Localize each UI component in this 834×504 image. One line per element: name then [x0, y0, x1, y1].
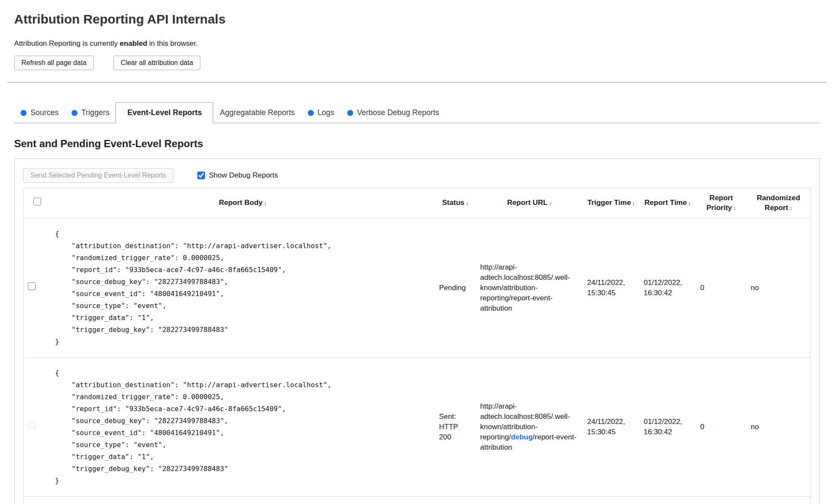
row-select-cell: [24, 218, 51, 357]
report-body-cell: { "attribution_destination": "http://ara…: [51, 357, 435, 496]
tab-triggers[interactable]: Triggers: [65, 103, 116, 123]
table-footer-row: [24, 496, 811, 504]
tab-label: Triggers: [81, 108, 109, 117]
tab-label: Verbose Debug Reports: [357, 108, 439, 117]
report-body-json: { "attribution_destination": "http://ara…: [55, 367, 431, 487]
tab-event-level-reports[interactable]: Event-Level Reports: [116, 102, 213, 123]
report-row: { "attribution_destination": "http://ara…: [24, 218, 811, 357]
sort-icon: ↕: [466, 200, 469, 206]
header-report-priority[interactable]: Report Priority↕: [696, 188, 747, 219]
header-label: Report URL: [507, 199, 548, 207]
row-select-checkbox[interactable]: [28, 421, 36, 429]
tab-label: Logs: [318, 108, 334, 117]
status-line: Attribution Reporting is currently enabl…: [14, 39, 820, 48]
report-url: http://arapi-adtech.localhost:8085/.well…: [476, 218, 583, 357]
sort-icon: ↕: [688, 200, 691, 206]
tab-status-dot-icon: [308, 110, 314, 116]
header-report-body[interactable]: Report Body↕: [51, 188, 435, 219]
reports-panel: Send Selected Pending Event-Level Report…: [14, 158, 820, 504]
tab-label: Aggregatable Reports: [220, 108, 295, 117]
report-body-cell: { "attribution_destination": "http://ara…: [51, 218, 435, 357]
sort-icon: ↕: [733, 205, 736, 211]
report-priority: 0: [696, 218, 747, 357]
status-enabled-text: enabled: [120, 39, 147, 47]
tab-status-dot-icon: [71, 110, 77, 116]
tab-verbose-debug-reports[interactable]: Verbose Debug Reports: [341, 103, 446, 123]
toolbar: Refresh all page data Clear all attribut…: [14, 56, 820, 70]
table-footer-spacer: [24, 496, 811, 504]
tab-label: Event-Level Reports: [127, 108, 202, 117]
top-divider: [7, 82, 827, 83]
tab-bar: Sources Triggers Event-Level Reports Agg…: [14, 102, 820, 123]
tab-status-dot-icon: [347, 110, 353, 116]
header-label: Report Body: [219, 199, 262, 207]
header-report-url[interactable]: Report URL↕: [476, 188, 583, 219]
tab-sources[interactable]: Sources: [14, 103, 65, 123]
select-all-header: [24, 188, 51, 219]
header-label: Trigger Time: [587, 199, 631, 207]
page-title: Attribution Reporting API Internals: [14, 12, 820, 27]
report-status: Pending: [435, 218, 476, 357]
report-row: { "attribution_destination": "http://ara…: [24, 357, 811, 496]
tab-logs[interactable]: Logs: [301, 103, 341, 123]
header-trigger-time[interactable]: Trigger Time↕: [583, 188, 640, 219]
report-body-json: { "attribution_destination": "http://ara…: [55, 228, 431, 348]
send-selected-reports-button[interactable]: Send Selected Pending Event-Level Report…: [23, 168, 173, 183]
tab-label: Sources: [30, 108, 59, 117]
report-priority: 0: [696, 357, 747, 496]
row-select-cell: [24, 357, 51, 496]
show-debug-checkbox[interactable]: [197, 172, 205, 179]
trigger-time: 24/11/2022, 15:30:45: [583, 218, 640, 357]
header-label: Status: [442, 199, 465, 207]
report-url: http://arapi-adtech.localhost:8085/.well…: [476, 357, 583, 496]
report-status: Sent: HTTP 200: [435, 357, 476, 496]
report-url-prefix: http://arapi-adtech.localhost:8085/.well…: [480, 263, 570, 312]
trigger-time: 24/11/2022, 15:30:45: [583, 357, 640, 496]
tab-aggregatable-reports[interactable]: Aggregatable Reports: [213, 103, 301, 123]
debug-url-part: debug: [511, 433, 533, 441]
refresh-all-button[interactable]: Refresh all page data: [14, 56, 94, 70]
header-label: Report Priority: [706, 194, 733, 212]
randomized-report: no: [747, 218, 811, 357]
sort-icon: ↕: [632, 200, 635, 206]
show-debug-toggle[interactable]: Show Debug Reports: [197, 171, 278, 180]
randomized-report: no: [747, 357, 811, 496]
clear-all-button[interactable]: Clear all attribution data: [113, 56, 200, 70]
select-all-checkbox[interactable]: [33, 198, 41, 205]
status-prefix: Attribution Reporting is currently: [14, 39, 120, 47]
section-heading: Sent and Pending Event-Level Reports: [14, 138, 820, 150]
table-header-row: Report Body↕ Status↕ Report URL↕ Trigger…: [24, 188, 811, 219]
sort-icon: ↕: [264, 200, 267, 206]
header-report-time[interactable]: Report Time↕: [640, 188, 696, 219]
report-time: 01/12/2022, 16:30:42: [640, 357, 696, 496]
tab-status-dot-icon: [21, 110, 27, 116]
report-controls: Send Selected Pending Event-Level Report…: [23, 168, 811, 183]
attribution-internals-page: Attribution Reporting API Internals Attr…: [0, 0, 834, 504]
header-status[interactable]: Status↕: [435, 188, 476, 219]
status-suffix: in this browser.: [147, 39, 198, 47]
header-label: Randomized Report: [757, 194, 800, 212]
header-randomized-report[interactable]: Randomized Report↕: [747, 188, 811, 219]
row-select-checkbox[interactable]: [28, 282, 36, 290]
show-debug-label: Show Debug Reports: [209, 171, 278, 180]
sort-icon: ↕: [789, 205, 792, 211]
event-level-reports-table: Report Body↕ Status↕ Report URL↕ Trigger…: [23, 188, 811, 504]
sort-icon: ↕: [549, 200, 552, 206]
report-time: 01/12/2022, 16:30:42: [640, 218, 696, 357]
header-label: Report Time: [644, 199, 687, 207]
